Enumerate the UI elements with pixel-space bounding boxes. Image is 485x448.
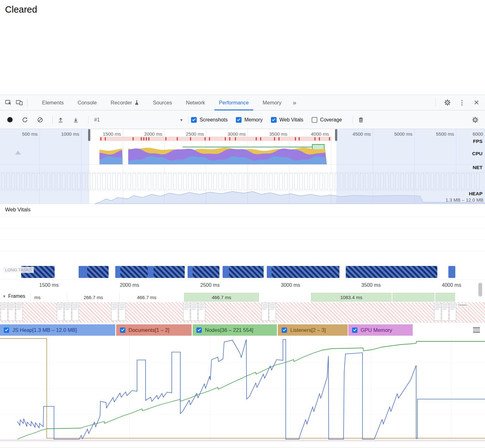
divider: [435, 98, 436, 107]
coverage-checkbox[interactable]: Coverage: [312, 117, 342, 123]
frame-duration-segment[interactable]: 466.7 ms: [184, 293, 259, 302]
screenshot-thumbnail[interactable]: [72, 303, 79, 321]
frame-duration-segment[interactable]: 1083.4 ms: [311, 293, 392, 302]
selection-handle-right[interactable]: [335, 129, 337, 141]
screenshot-thumbnail[interactable]: [434, 303, 441, 321]
capture-settings-gear-icon[interactable]: [470, 115, 481, 125]
overview-dim-right: [336, 129, 485, 204]
frame-duration-segment[interactable]: [392, 293, 434, 302]
screenshot-thumbnail[interactable]: [119, 303, 126, 321]
close-icon[interactable]: ×: [471, 97, 482, 108]
divider: [0, 251, 485, 251]
more-tabs-button[interactable]: »: [288, 99, 301, 106]
axis-time-label: 3500 ms: [361, 282, 380, 288]
checkbox-box[interactable]: [312, 117, 317, 123]
tab-performance[interactable]: Performance: [212, 95, 255, 110]
frame-duration-label: ms: [34, 295, 41, 300]
checkbox-box[interactable]: [196, 327, 202, 333]
screenshot-thumbnail[interactable]: [198, 303, 205, 321]
counter-chip-gpu-memory[interactable]: GPU Memory: [348, 324, 413, 336]
record-icon[interactable]: [4, 115, 15, 125]
memory-checkbox[interactable]: Memory: [236, 117, 263, 123]
tab-sources[interactable]: Sources: [146, 95, 179, 110]
screenshots-checkbox[interactable]: Screenshots: [191, 117, 228, 123]
overview-time-label: 1000 ms: [61, 131, 79, 137]
checkbox-box[interactable]: [271, 117, 277, 123]
selection-handle-left[interactable]: [88, 129, 90, 141]
tab-label: Sources: [153, 100, 172, 106]
frame-duration-segment[interactable]: 466.7 ms: [119, 293, 174, 302]
vertical-scrollbar[interactable]: [478, 283, 482, 297]
tab-label: Recorder: [111, 100, 132, 106]
frame-duration-label: 1083.4 ms: [340, 295, 362, 300]
long-tasks-lane[interactable]: LONG TASKS: [0, 264, 485, 280]
reload-icon[interactable]: [20, 115, 30, 125]
screenshot-thumbnail[interactable]: [8, 303, 15, 321]
long-task-bar: [148, 266, 153, 278]
session-label: #1: [94, 117, 100, 123]
screenshot-thumbnail[interactable]: [449, 303, 456, 321]
load-profile-icon[interactable]: [55, 115, 66, 125]
tab-console[interactable]: Console: [71, 95, 104, 110]
kebab-menu-icon[interactable]: ⋮: [457, 97, 467, 108]
timeline-overview[interactable]: 500 ms1000 ms1500 ms2000 ms2500 ms3000 m…: [0, 129, 485, 204]
tab-elements[interactable]: Elements: [35, 95, 71, 110]
overview-time-label: 500 ms: [22, 131, 38, 137]
tab-recorder[interactable]: Recorder: [104, 95, 146, 110]
frame-duration-segment[interactable]: ms: [30, 293, 44, 302]
divider: [88, 116, 88, 124]
tab-network[interactable]: Network: [179, 95, 212, 110]
screenshot-thumbnail[interactable]: [16, 303, 23, 321]
checkbox-box[interactable]: [352, 327, 357, 333]
overview-time-label: 4000 ms: [311, 131, 329, 137]
screenshot-thumbnail[interactable]: [183, 303, 190, 321]
screenshot-thumbnail[interactable]: [191, 303, 198, 321]
counter-chip-documents[interactable]: Documents[1 – 2]: [116, 324, 192, 336]
save-profile-icon[interactable]: [70, 115, 81, 125]
memory-counters-chart[interactable]: [0, 337, 485, 441]
trash-icon[interactable]: [356, 115, 366, 125]
counter-chip-js-heap[interactable]: JS Heap[1.3 MB – 12.0 MB]: [0, 324, 115, 336]
screenshot-thumbnail[interactable]: [269, 303, 276, 321]
long-task-bar: [267, 266, 272, 278]
checkbox-box[interactable]: [120, 327, 125, 333]
memory-chart-canvas[interactable]: [0, 337, 485, 441]
overview-time-label: 2000 ms: [144, 131, 162, 137]
hamburger-menu-icon[interactable]: [473, 327, 480, 333]
counter-chip-nodes[interactable]: Nodes[36 – 221 554]: [193, 324, 277, 336]
checkbox-box[interactable]: [191, 117, 197, 123]
counter-chip-listeners[interactable]: Listeners[2 – 3]: [278, 324, 348, 336]
tab-memory[interactable]: Memory: [256, 95, 289, 110]
screenshot-filmstrip[interactable]: Cleared: [0, 302, 485, 322]
checkbox-box[interactable]: [282, 327, 287, 333]
checkbox-box[interactable]: [4, 327, 9, 333]
frames-expander-icon[interactable]: ▼: [3, 294, 6, 298]
counter-chip-label: Listeners[2 – 3]: [290, 327, 326, 333]
screenshot-thumbnail[interactable]: [442, 303, 449, 321]
screenshot-thumbnail[interactable]: [57, 303, 64, 321]
settings-gear-icon[interactable]: [442, 97, 453, 108]
tab-label: Performance: [219, 100, 248, 106]
heap-range-label: 1.3 MB – 12.0 MB: [446, 197, 483, 203]
frames-header[interactable]: ▼ Frames: [3, 293, 27, 299]
divider: [0, 217, 485, 217]
web-vitals-checkbox[interactable]: Web Vitals: [271, 117, 303, 123]
screenshot-thumbnail[interactable]: [111, 303, 118, 321]
inspect-icon[interactable]: [3, 97, 14, 108]
screenshot-thumbnail[interactable]: [64, 303, 71, 321]
checkbox-box[interactable]: [236, 117, 242, 123]
session-select[interactable]: #1 ▾: [91, 117, 186, 123]
tab-label: Console: [78, 100, 97, 106]
clear-icon[interactable]: [35, 115, 45, 125]
screenshot-thumbnail[interactable]: [1, 303, 8, 321]
dropdown-caret-icon[interactable]: ▾: [180, 117, 183, 122]
performance-toolbar: #1 ▾ ScreenshotsMemoryWeb VitalsCoverage: [0, 111, 485, 129]
device-toolbar-icon[interactable]: [14, 97, 25, 108]
overview-time-label: 6000: [473, 131, 483, 137]
frame-duration-segment[interactable]: 266.7 ms: [67, 293, 119, 302]
screenshot-thumbnail[interactable]: [261, 303, 268, 321]
divider: [353, 116, 353, 124]
axis-time-label: 2500 ms: [200, 282, 219, 288]
web-vitals-label: Web Vitals: [5, 207, 31, 213]
frame-duration-segment[interactable]: [435, 293, 455, 302]
